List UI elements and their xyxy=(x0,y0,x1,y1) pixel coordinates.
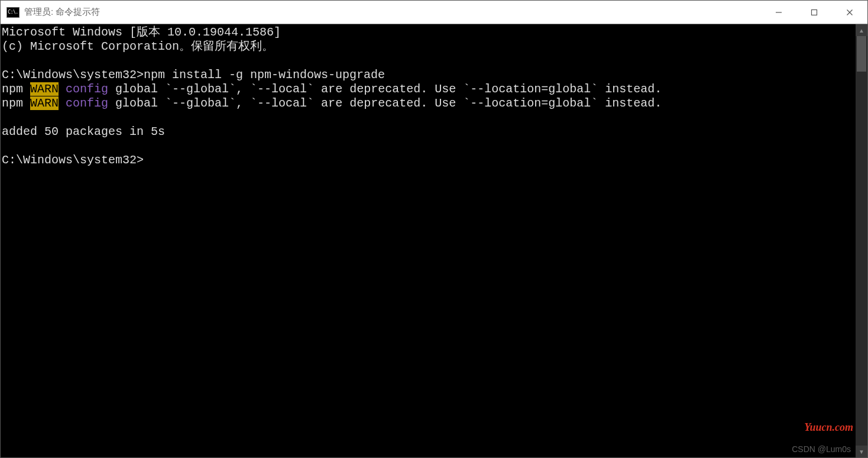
scroll-thumb[interactable] xyxy=(857,36,866,72)
watermark-yuucn: Yuucn.com xyxy=(804,421,853,434)
warn-rest-2: global `--global`, `--local` are depreca… xyxy=(108,96,662,110)
chevron-down-icon: ▼ xyxy=(859,449,864,455)
scroll-up-button[interactable]: ▲ xyxy=(856,24,867,36)
svg-rect-1 xyxy=(812,9,817,15)
titlebar[interactable]: C:\. 管理员: 命令提示符 xyxy=(1,1,867,24)
warn-config-1: config xyxy=(66,82,108,96)
warn-tag-1: WARN xyxy=(30,82,59,96)
window-controls xyxy=(761,1,867,24)
warn-rest-1: global `--global`, `--local` are depreca… xyxy=(108,82,662,96)
command-prompt-window: C:\. 管理员: 命令提示符 Microsoft Windows [版本 10… xyxy=(0,0,868,458)
maximize-icon xyxy=(811,9,818,16)
close-button[interactable] xyxy=(832,1,867,24)
minimize-icon xyxy=(775,9,782,16)
vertical-scrollbar[interactable]: ▲ ▼ xyxy=(856,24,867,457)
chevron-up-icon: ▲ xyxy=(859,27,864,34)
maximize-button[interactable] xyxy=(796,1,832,24)
warn-space-1 xyxy=(59,82,66,96)
window-title: 管理员: 命令提示符 xyxy=(24,7,761,18)
warn-config-2: config xyxy=(66,96,108,110)
command-1: npm install -g npm-windows-upgrade xyxy=(144,68,385,82)
cmd-icon: C:\. xyxy=(7,7,20,18)
close-icon xyxy=(846,9,853,16)
copyright-line: (c) Microsoft Corporation。保留所有权利。 xyxy=(2,40,274,53)
warn-space-2 xyxy=(59,96,66,110)
added-packages-line: added 50 packages in 5s xyxy=(2,125,165,138)
version-line: Microsoft Windows [版本 10.0.19044.1586] xyxy=(2,25,281,39)
watermark-csdn: CSDN @Lum0s xyxy=(792,444,851,454)
terminal-area: Microsoft Windows [版本 10.0.19044.1586] (… xyxy=(1,24,867,457)
warn-line-2-prefix: npm xyxy=(2,96,30,110)
terminal-output[interactable]: Microsoft Windows [版本 10.0.19044.1586] (… xyxy=(1,24,856,457)
scroll-down-button[interactable]: ▼ xyxy=(856,446,867,457)
prompt-1: C:\Windows\system32> xyxy=(2,68,144,82)
warn-line-1-prefix: npm xyxy=(2,82,30,96)
warn-tag-2: WARN xyxy=(30,96,59,110)
minimize-button[interactable] xyxy=(761,1,796,24)
prompt-2: C:\Windows\system32> xyxy=(2,153,144,167)
